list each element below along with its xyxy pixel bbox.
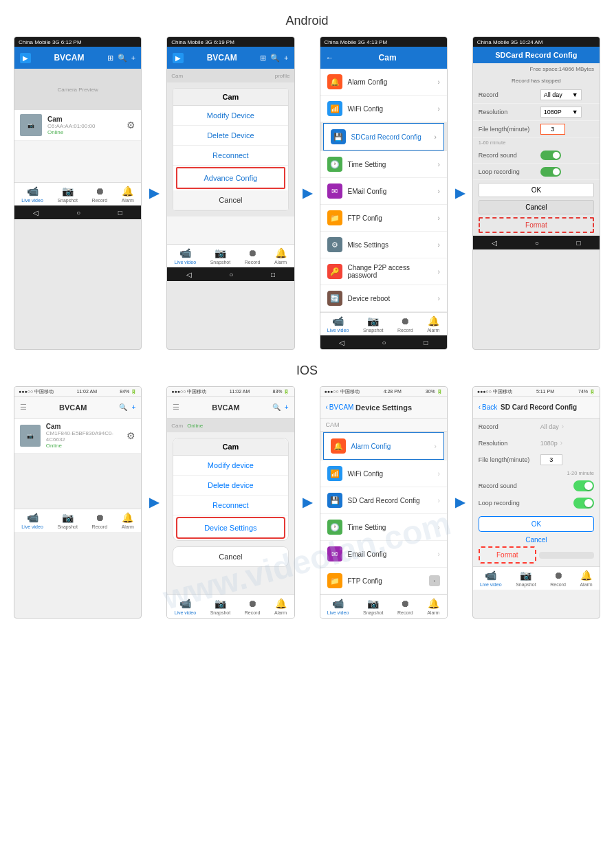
time-icon-3: 🕐 (327, 157, 342, 172)
p2p-item-3[interactable]: 🔑 Change P2P access password › (320, 258, 447, 285)
android-screen-1: China Mobile 3G 6:12 PM ▶ BVCAM ⊞ 🔍 + Ca… (14, 36, 142, 350)
nav-live-3[interactable]: 📹Live video (327, 315, 349, 333)
ios-nav-rec-3[interactable]: ⏺Record (397, 598, 413, 615)
ios-loop-record-toggle-4[interactable] (573, 498, 594, 509)
advance-config-item-2[interactable]: Advance Config (176, 167, 285, 189)
ios-ok-button-4[interactable]: OK (479, 516, 594, 532)
cancel-item-2[interactable]: Cancel (173, 190, 287, 210)
ios-cancel-button-4[interactable]: Cancel (479, 536, 594, 544)
ios-modify-item-2[interactable]: Modify device (173, 456, 287, 476)
ios-add-icon-1[interactable]: + (131, 403, 135, 411)
recent-btn-1[interactable]: □ (118, 209, 122, 216)
ios-reconnect-item-2[interactable]: Reconnect (173, 496, 287, 515)
nav-snapshot-2[interactable]: 📷 Snapshot (210, 247, 231, 265)
resolution-dropdown-4[interactable]: 1080P▼ (540, 107, 582, 118)
ios-nav-snap-2[interactable]: 📷Snapshot (210, 598, 231, 615)
nav-alarm-1[interactable]: 🔔 Alarm (122, 186, 134, 203)
wifi-config-item-3[interactable]: 📶 WiFi Config › (320, 96, 447, 122)
back-btn-2[interactable]: ◁ (186, 271, 192, 278)
ios-cancel-2[interactable]: Cancel (173, 546, 288, 567)
sdcard-config-item-3[interactable]: 💾 SDCard Record Config › (323, 123, 444, 151)
grid-icon-2[interactable]: ⊞ (260, 54, 266, 63)
ios-nav-alarm-3[interactable]: 🔔Alarm (427, 598, 439, 615)
recent-btn-2[interactable]: □ (271, 271, 275, 278)
file-length-input-4[interactable] (540, 124, 565, 135)
loop-record-toggle-4[interactable] (540, 167, 561, 177)
ios-device-settings-item-2[interactable]: Device Settings (176, 517, 285, 539)
misc-settings-item-3[interactable]: ⚙ Misc Settings › (320, 232, 447, 258)
ios-nav-snap-1[interactable]: 📷Snapshot (57, 512, 78, 529)
nav-rec-3[interactable]: ⏺Record (397, 315, 413, 333)
format-button-4[interactable]: Format (479, 217, 594, 233)
modify-device-item-2[interactable]: Modify Device (173, 106, 287, 126)
home-btn-2[interactable]: ○ (229, 271, 233, 278)
ios-file-length-input-4[interactable] (540, 454, 562, 465)
ios-menu-icon-2[interactable]: ☰ (173, 403, 179, 412)
android-app-header-2: ▶ BVCAM ⊞ 🔍 + (167, 47, 294, 69)
email-config-item-3[interactable]: ✉ EMail Config › (320, 178, 447, 205)
ios-nav-alarm-2[interactable]: 🔔Alarm (274, 598, 287, 615)
ios-nav-alarm-4[interactable]: 🔔Alarm (580, 570, 592, 587)
ftp-config-item-3[interactable]: 📁 FTP Config › (320, 205, 447, 232)
device-item-1[interactable]: 📷 Cam C6:AA:AA:01:00:00 Online ⚙ (14, 110, 141, 141)
ios-search-icon-1[interactable]: 🔍 (119, 403, 127, 411)
ios-nav-rec-4[interactable]: ⏺Record (550, 570, 566, 587)
nav-snapshot-1[interactable]: 📷 Snapshot (57, 186, 78, 203)
ios-sdcard-config-3[interactable]: 💾 SD Card Record Config › (320, 487, 447, 514)
ios-menu-icon-1[interactable]: ☰ (20, 403, 27, 412)
ios-wifi-config-3[interactable]: 📶 WiFi Config › (320, 460, 447, 487)
ios-email-config-3[interactable]: ✉ Email Config › (320, 541, 447, 568)
back-arrow-3[interactable]: ← (326, 53, 334, 63)
search-icon-1[interactable]: 🔍 (118, 54, 127, 63)
ios-add-icon-2[interactable]: + (285, 403, 289, 411)
ios-search-icon-2[interactable]: 🔍 (272, 403, 281, 411)
home-btn-1[interactable]: ○ (76, 209, 80, 216)
nav-alarm-3[interactable]: 🔔Alarm (427, 315, 439, 333)
nav-record-2[interactable]: ⏺ Record (245, 247, 261, 265)
delete-device-item-2[interactable]: Delete Device (173, 126, 287, 146)
nav-snap-3[interactable]: 📷Snapshot (363, 315, 384, 333)
ios-alarm-config-3[interactable]: 🔔 Alarm Config › (323, 432, 444, 460)
nav-live-video-2[interactable]: 📹 Live video (175, 247, 197, 265)
back-btn-1[interactable]: ◁ (33, 209, 39, 216)
record-sound-toggle-4[interactable] (540, 151, 561, 160)
ios-nav-rec-2[interactable]: ⏺Record (245, 598, 261, 615)
ios-delete-item-2[interactable]: Delete device (173, 476, 287, 496)
ios-back-btn-3[interactable]: ‹ BVCAM (326, 403, 354, 411)
ios-nav-alarm-1[interactable]: 🔔Alarm (122, 512, 134, 529)
ios-nav-snap-3[interactable]: 📷Snapshot (363, 598, 384, 615)
reconnect-item-2[interactable]: Reconnect (173, 146, 287, 166)
ios-ftp-config-3[interactable]: 📁 FTP Config › (320, 568, 447, 594)
ios-format-button-4[interactable]: Format (479, 546, 536, 564)
ios-settings-gear-1[interactable]: ⚙ (127, 430, 135, 441)
cancel-button-4[interactable]: Cancel (479, 200, 594, 214)
ios-nav-live-1[interactable]: 📹Live video (21, 512, 43, 529)
android-screen-4: China Mobile 3G 10:24 AM SDCard Record C… (472, 36, 600, 350)
record-dropdown-4[interactable]: All day▼ (540, 89, 582, 100)
add-icon-2[interactable]: + (284, 54, 288, 63)
search-icon-2[interactable]: 🔍 (270, 54, 280, 63)
rec-icon-1: ⏺ (95, 186, 105, 197)
alarm-config-item-3[interactable]: 🔔 Alarm Config › (320, 69, 447, 96)
ios-time-setting-3[interactable]: 🕐 Time Setting › (320, 514, 447, 541)
nav-label-live-1: Live video (21, 198, 43, 203)
ios-nav-live-3[interactable]: 📹Live video (327, 598, 349, 615)
ios-back-btn-4[interactable]: ‹ Back (479, 403, 498, 411)
nav-alarm-2[interactable]: 🔔 Alarm (274, 247, 287, 265)
add-icon-1[interactable]: + (131, 54, 135, 63)
ios-nav-snap-4[interactable]: 📷Snapshot (516, 570, 536, 587)
ios-nav-live-4[interactable]: 📹Live video (480, 570, 502, 587)
ios-record-sound-toggle-4[interactable] (573, 480, 594, 491)
ios-nav-rec-1[interactable]: ⏺Record (92, 512, 108, 529)
reboot-item-3[interactable]: 🔄 Device reboot › (320, 285, 447, 312)
nav-record-1[interactable]: ⏺ Record (92, 186, 108, 203)
nav-live-video-1[interactable]: 📹 Live video (21, 186, 43, 203)
ok-button-4[interactable]: OK (479, 183, 594, 197)
time-setting-item-3[interactable]: 🕐 Time Setting › (320, 151, 447, 178)
ios-nav-live-2[interactable]: 📹Live video (175, 598, 197, 615)
ios-device-item-1[interactable]: 📷 Cam CM1F840-E5BF830A94C0-4C6632 Online… (14, 419, 141, 454)
ios-time-label-3: Time Setting (348, 524, 438, 531)
grid-icon-1[interactable]: ⊞ (107, 54, 113, 63)
ios-app-header-2: ☰ BVCAM 🔍 + (167, 397, 294, 419)
settings-gear-1[interactable]: ⚙ (127, 120, 135, 131)
